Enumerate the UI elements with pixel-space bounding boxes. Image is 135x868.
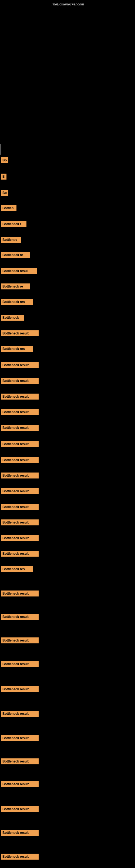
bottleneck-item-30: Bottleneck result	[1, 638, 39, 643]
bottleneck-label-33: Bottleneck result	[1, 711, 39, 717]
bottleneck-item-34: Bottleneck result	[1, 735, 39, 741]
bottleneck-label-8: Bottleneck resul	[1, 268, 37, 274]
bottleneck-item-39: Bottleneck result	[1, 854, 39, 860]
site-title: TheBottlenecker.com	[0, 0, 135, 8]
bottleneck-label-36: Bottleneck result	[1, 781, 39, 787]
bottleneck-item-9: Bottleneck re	[1, 283, 30, 289]
bottleneck-item-6: Bottlenec	[1, 237, 21, 243]
bottleneck-item-8: Bottleneck resul	[1, 268, 37, 274]
bottleneck-label-21: Bottleneck result	[1, 472, 39, 478]
bottleneck-item-21: Bottleneck result	[1, 472, 39, 478]
bottleneck-item-2: B	[1, 174, 6, 180]
bottleneck-label-23: Bottleneck result	[1, 504, 39, 510]
bottleneck-item-23: Bottleneck result	[1, 504, 39, 510]
bottleneck-item-17: Bottleneck result	[1, 409, 39, 415]
bottleneck-item-22: Bottleneck result	[1, 488, 39, 494]
bottleneck-label-35: Bottleneck result	[1, 758, 39, 764]
bottleneck-item-5: Bottleneck r	[1, 221, 27, 227]
bottleneck-label-6: Bottlenec	[1, 237, 21, 243]
bottleneck-item-11: Bottleneck	[1, 315, 24, 321]
bottleneck-label-37: Bottleneck result	[1, 806, 39, 812]
bottleneck-label-32: Bottleneck result	[1, 686, 39, 692]
bottleneck-item-31: Bottleneck result	[1, 661, 39, 667]
bottleneck-label-9: Bottleneck re	[1, 283, 30, 289]
bottleneck-item-33: Bottleneck result	[1, 711, 39, 717]
bottleneck-label-16: Bottleneck result	[1, 394, 39, 400]
bottleneck-label-10: Bottleneck res	[1, 299, 33, 305]
bottleneck-label-27: Bottleneck res	[1, 566, 33, 572]
bottleneck-item-29: Bottleneck result	[1, 614, 39, 620]
bottleneck-item-16: Bottleneck result	[1, 394, 39, 400]
bottleneck-label-19: Bottleneck result	[1, 441, 39, 447]
bottleneck-label-18: Bottleneck result	[1, 425, 39, 431]
cursor-line	[1, 144, 1, 155]
bottleneck-item-12: Bottleneck result	[1, 330, 39, 336]
bottleneck-label-12: Bottleneck result	[1, 330, 39, 336]
bottleneck-item-26: Bottleneck result	[1, 551, 39, 557]
bottleneck-label-29: Bottleneck result	[1, 614, 39, 620]
bottleneck-item-18: Bottleneck result	[1, 425, 39, 431]
bottleneck-label-22: Bottleneck result	[1, 488, 39, 494]
bottleneck-label-38: Bottleneck result	[1, 830, 39, 836]
bottleneck-item-28: Bottleneck result	[1, 590, 39, 596]
bottleneck-label-11: Bottleneck	[1, 315, 24, 321]
bottleneck-item-13: Bottleneck res	[1, 346, 33, 352]
bottleneck-label-1: Bo	[1, 157, 8, 163]
bottleneck-item-27: Bottleneck res	[1, 566, 33, 572]
bottleneck-item-3: Bo	[1, 190, 8, 196]
bottleneck-label-26: Bottleneck result	[1, 551, 39, 557]
bottleneck-item-38: Bottleneck result	[1, 830, 39, 836]
bottleneck-label-13: Bottleneck res	[1, 346, 33, 352]
bottleneck-item-20: Bottleneck result	[1, 457, 39, 463]
bottleneck-item-4: Bottlen	[1, 205, 16, 211]
bottleneck-item-35: Bottleneck result	[1, 758, 39, 764]
bottleneck-item-24: Bottleneck result	[1, 520, 39, 525]
bottleneck-item-37: Bottleneck result	[1, 806, 39, 812]
bottleneck-label-15: Bottleneck result	[1, 378, 39, 384]
bottleneck-label-25: Bottleneck result	[1, 535, 39, 541]
bottleneck-label-31: Bottleneck result	[1, 661, 39, 667]
bottleneck-item-14: Bottleneck result	[1, 362, 39, 368]
bottleneck-label-7: Bottleneck re	[1, 252, 30, 258]
bottleneck-item-1: Bo	[1, 157, 8, 163]
bottleneck-item-19: Bottleneck result	[1, 441, 39, 447]
bottleneck-item-32: Bottleneck result	[1, 686, 39, 692]
bottleneck-label-4: Bottlen	[1, 205, 16, 211]
bottleneck-label-30: Bottleneck result	[1, 638, 39, 643]
bottleneck-item-36: Bottleneck result	[1, 781, 39, 787]
bottleneck-label-3: Bo	[1, 190, 8, 196]
bottleneck-label-14: Bottleneck result	[1, 362, 39, 368]
bottleneck-item-10: Bottleneck res	[1, 299, 33, 305]
bottleneck-label-39: Bottleneck result	[1, 854, 39, 860]
bottleneck-item-7: Bottleneck re	[1, 252, 30, 258]
bottleneck-label-17: Bottleneck result	[1, 409, 39, 415]
bottleneck-label-34: Bottleneck result	[1, 735, 39, 741]
bottleneck-label-2: B	[1, 174, 6, 180]
bottleneck-label-24: Bottleneck result	[1, 520, 39, 525]
bottleneck-item-25: Bottleneck result	[1, 535, 39, 541]
bottleneck-label-5: Bottleneck r	[1, 221, 27, 227]
bottleneck-label-20: Bottleneck result	[1, 457, 39, 463]
bottleneck-item-15: Bottleneck result	[1, 378, 39, 384]
bottleneck-label-28: Bottleneck result	[1, 590, 39, 596]
